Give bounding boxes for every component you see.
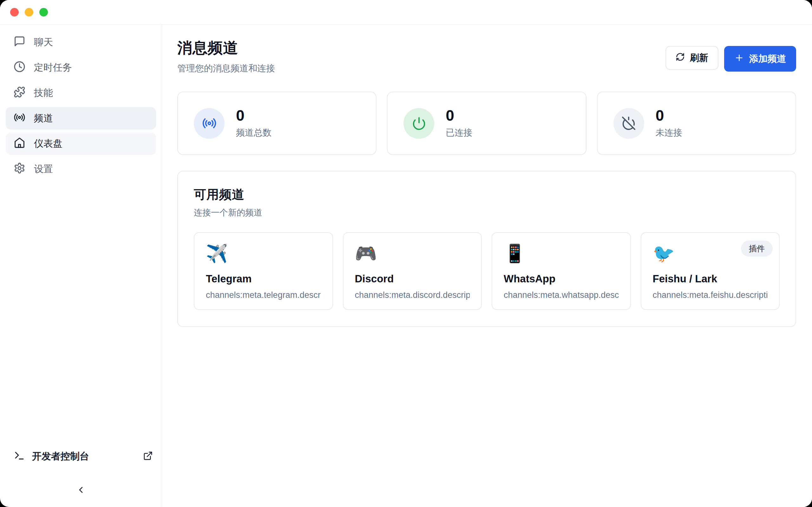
developer-console-link[interactable]: 开发者控制台 — [6, 446, 156, 466]
power-off-icon — [613, 108, 644, 139]
channel-description: channels:meta.discord.description — [355, 290, 470, 300]
available-channels-subtitle: 连接一个新的频道 — [194, 207, 780, 218]
refresh-button[interactable]: 刷新 — [665, 46, 718, 70]
stat-value: 0 — [446, 108, 472, 124]
stat-value: 0 — [656, 108, 682, 124]
page-subtitle: 管理您的消息频道和连接 — [177, 62, 275, 74]
sidebar: 聊天 定时任务 技能 频道 仪表盘 设置 — [0, 25, 162, 507]
developer-console-label: 开发者控制台 — [32, 450, 136, 463]
main-content: 消息频道 管理您的消息频道和连接 刷新 添加频道 — [162, 25, 812, 507]
channel-name: Telegram — [206, 273, 321, 285]
channel-card-feishu[interactable]: 插件 🐦 Feishu / Lark channels:meta.feishu.… — [641, 232, 780, 310]
sidebar-item-chat[interactable]: 聊天 — [6, 31, 156, 54]
channel-description: channels:meta.feishu.description — [653, 290, 768, 300]
chat-bubble-icon — [14, 36, 26, 49]
broadcast-icon — [194, 108, 224, 139]
sidebar-item-skills[interactable]: 技能 — [6, 82, 156, 104]
stat-label: 未连接 — [656, 127, 682, 139]
sidebar-item-channels[interactable]: 频道 — [6, 107, 156, 130]
available-channels-title: 可用频道 — [194, 186, 780, 203]
stat-card-disconnected: 0 未连接 — [597, 92, 796, 155]
sidebar-item-label: 聊天 — [34, 36, 53, 49]
close-button[interactable] — [10, 8, 19, 16]
channel-name: Feishu / Lark — [653, 273, 768, 285]
plus-icon — [734, 53, 744, 65]
puzzle-icon — [14, 86, 26, 100]
sidebar-collapse-button[interactable] — [6, 482, 156, 499]
sidebar-item-dashboard[interactable]: 仪表盘 — [6, 132, 156, 155]
channel-description: channels:meta.telegram.description — [206, 290, 321, 300]
app-window: 聊天 定时任务 技能 频道 仪表盘 设置 — [0, 0, 812, 507]
home-icon — [14, 137, 26, 151]
airplane-emoji-icon: ✈️ — [206, 244, 321, 264]
gamepad-emoji-icon: 🎮 — [355, 244, 470, 264]
channel-card-discord[interactable]: 🎮 Discord channels:meta.discord.descript… — [343, 232, 482, 310]
stat-label: 频道总数 — [236, 127, 271, 139]
sidebar-item-label: 频道 — [34, 112, 53, 125]
channel-card-whatsapp[interactable]: 📱 WhatsApp channels:meta.whatsapp.descri… — [492, 232, 631, 310]
power-icon — [403, 108, 434, 139]
sidebar-item-label: 定时任务 — [34, 61, 72, 74]
broadcast-icon — [14, 112, 26, 125]
plugin-badge: 插件 — [741, 240, 773, 257]
page-title: 消息频道 — [177, 38, 275, 58]
sidebar-item-label: 仪表盘 — [34, 137, 62, 150]
channel-name: WhatsApp — [504, 273, 619, 285]
clock-icon — [14, 61, 26, 75]
channel-description: channels:meta.whatsapp.description — [504, 290, 619, 300]
refresh-button-label: 刷新 — [690, 52, 708, 64]
stat-card-total-channels: 0 频道总数 — [177, 92, 376, 155]
minimize-button[interactable] — [25, 8, 33, 16]
external-link-icon — [143, 451, 153, 462]
channel-grid: ✈️ Telegram channels:meta.telegram.descr… — [194, 232, 780, 310]
terminal-icon — [14, 450, 25, 463]
add-channel-button[interactable]: 添加频道 — [724, 46, 796, 72]
sidebar-item-label: 设置 — [34, 163, 53, 176]
page-header: 消息频道 管理您的消息频道和连接 刷新 添加频道 — [177, 38, 796, 74]
stat-card-connected: 0 已连接 — [387, 92, 586, 155]
add-channel-button-label: 添加频道 — [749, 53, 786, 65]
zoom-button[interactable] — [39, 8, 48, 16]
available-channels-panel: 可用频道 连接一个新的频道 ✈️ Telegram channels:meta.… — [177, 171, 796, 327]
channel-name: Discord — [355, 273, 470, 285]
chevron-left-icon — [76, 485, 86, 496]
sidebar-item-label: 技能 — [34, 87, 53, 100]
gear-icon — [14, 162, 26, 176]
stat-value: 0 — [236, 108, 271, 124]
sidebar-item-scheduled-tasks[interactable]: 定时任务 — [6, 56, 156, 79]
titlebar — [0, 0, 812, 25]
channel-card-telegram[interactable]: ✈️ Telegram channels:meta.telegram.descr… — [194, 232, 333, 310]
mobile-phone-emoji-icon: 📱 — [504, 244, 619, 264]
sidebar-item-settings[interactable]: 设置 — [6, 158, 156, 180]
stat-label: 已连接 — [446, 127, 472, 139]
stats-row: 0 频道总数 0 已连接 — [177, 92, 796, 155]
refresh-icon — [676, 52, 685, 64]
traffic-lights — [10, 8, 48, 16]
